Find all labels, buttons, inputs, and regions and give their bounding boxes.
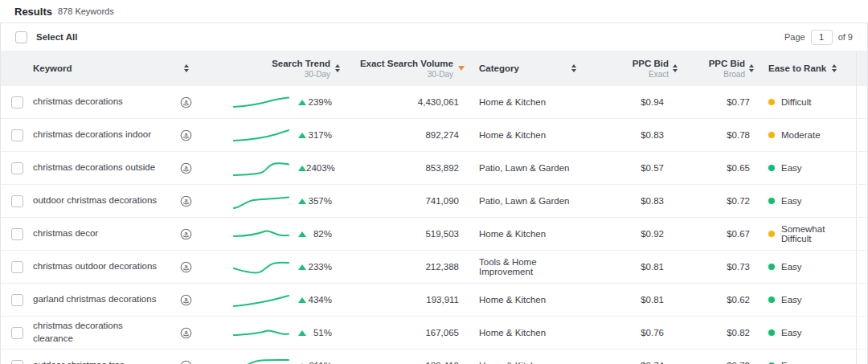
trend-percent: 317% bbox=[306, 130, 346, 140]
ppc-bid-exact: $0.81 bbox=[588, 251, 684, 283]
amazon-marketplace-icon: a bbox=[180, 195, 192, 207]
ppc-bid-exact: $0.81 bbox=[588, 284, 684, 316]
table-row: outdoor christmas decorations a 357% 741… bbox=[1, 185, 867, 218]
ppc-bid-broad: $0.72 bbox=[684, 185, 760, 217]
ease-status-dot bbox=[768, 198, 775, 204]
ease-to-rank-label: Moderate bbox=[781, 130, 821, 140]
trend-up-icon bbox=[298, 264, 306, 270]
next-column-divider bbox=[856, 86, 868, 118]
volume-column-label: Exact Search Volume bbox=[360, 59, 453, 68]
exact-search-volume: 519,503 bbox=[346, 218, 471, 250]
row-checkbox[interactable] bbox=[11, 195, 23, 207]
table-row: christmas decorations outside a 2403% 85… bbox=[1, 152, 867, 185]
row-checkbox[interactable] bbox=[11, 360, 23, 364]
column-header-exact-search-volume[interactable]: Exact Search Volume 30-Day bbox=[346, 59, 471, 79]
exact-search-volume: 212,388 bbox=[346, 251, 471, 283]
sort-icon[interactable] bbox=[749, 64, 754, 72]
search-trend-sparkline bbox=[232, 190, 290, 211]
column-header-ppc-bid-exact[interactable]: PPC Bid Exact bbox=[588, 59, 684, 79]
trend-percent: 357% bbox=[306, 196, 346, 206]
sort-icon[interactable] bbox=[832, 64, 837, 72]
trend-up-icon bbox=[298, 330, 306, 336]
sort-desc-icon[interactable] bbox=[458, 66, 465, 71]
svg-text:a: a bbox=[185, 329, 188, 336]
ppc-exact-column-sublabel: Exact bbox=[649, 70, 669, 79]
keyword-text[interactable]: christmas decorations indoor bbox=[33, 129, 151, 141]
page-label: Page bbox=[784, 32, 805, 42]
row-checkbox[interactable] bbox=[11, 327, 23, 339]
trend-column-label: Search Trend bbox=[272, 59, 330, 68]
row-checkbox[interactable] bbox=[11, 294, 23, 306]
table-toolbar: Select All Page of 9 bbox=[1, 23, 867, 51]
trend-column-sublabel: 30-Day bbox=[305, 70, 330, 79]
next-column-divider bbox=[856, 185, 868, 217]
trend-up-icon bbox=[298, 166, 306, 171]
trend-percent: 233% bbox=[306, 262, 346, 272]
ppc-bid-broad: $0.77 bbox=[684, 86, 760, 118]
keyword-text[interactable]: outdoor christmas decorations bbox=[33, 194, 157, 207]
keyword-text[interactable]: garland christmas decorations bbox=[33, 293, 156, 306]
table-row: christmas outdoor decorations a 233% 212… bbox=[1, 251, 867, 284]
next-column-divider bbox=[856, 152, 868, 184]
search-trend-sparkline bbox=[232, 355, 290, 364]
ppc-bid-broad: $0.62 bbox=[684, 284, 760, 316]
keyword-text[interactable]: outdoor christmas tree bbox=[33, 359, 125, 364]
ppc-bid-broad: $0.65 bbox=[684, 152, 760, 184]
trend-up-icon bbox=[298, 297, 306, 303]
ppc-bid-exact: $0.92 bbox=[588, 218, 684, 250]
svg-text:a: a bbox=[185, 231, 188, 237]
category: Home & Kitchen bbox=[471, 350, 588, 364]
column-header-search-trend[interactable]: Search Trend 30-Day bbox=[210, 59, 346, 79]
table-row: christmas decorations clearance a 51% 16… bbox=[1, 317, 867, 350]
column-header-ease-to-rank[interactable]: Ease to Rank bbox=[760, 63, 856, 73]
ease-status-dot bbox=[768, 297, 775, 303]
column-header-category[interactable]: Category bbox=[471, 63, 588, 73]
column-header-ppc-bid-broad[interactable]: PPC Bid Broad bbox=[684, 59, 760, 79]
column-header-keyword[interactable]: Keyword bbox=[33, 63, 210, 73]
row-checkbox[interactable] bbox=[11, 261, 23, 273]
keyword-text[interactable]: christmas decorations outside bbox=[33, 162, 155, 174]
amazon-marketplace-icon: a bbox=[180, 327, 192, 339]
sort-icon[interactable] bbox=[335, 64, 340, 72]
keyword-text[interactable]: christmas decorations bbox=[33, 96, 123, 108]
trend-percent: 82% bbox=[306, 229, 346, 239]
ppc-exact-column-label: PPC Bid bbox=[633, 59, 669, 68]
keyword-text[interactable]: christmas decorations clearance bbox=[33, 320, 158, 345]
next-column-divider bbox=[856, 350, 868, 364]
search-trend-sparkline bbox=[232, 322, 290, 343]
select-all-checkbox[interactable] bbox=[15, 31, 27, 43]
trend-percent: 239% bbox=[306, 97, 346, 107]
select-all-control[interactable]: Select All bbox=[15, 31, 77, 43]
select-all-label: Select All bbox=[36, 32, 77, 42]
sort-icon[interactable] bbox=[673, 64, 678, 72]
exact-search-volume: 741,090 bbox=[346, 185, 471, 217]
row-checkbox[interactable] bbox=[11, 129, 23, 141]
page-input[interactable] bbox=[811, 30, 833, 45]
trend-up-icon bbox=[298, 231, 306, 237]
sort-icon[interactable] bbox=[184, 64, 189, 72]
ease-to-rank-label: Easy bbox=[781, 295, 802, 305]
ppc-bid-exact: $0.83 bbox=[588, 185, 684, 217]
category: Home & Kitchen bbox=[471, 284, 588, 316]
next-column-divider bbox=[856, 119, 868, 151]
ppc-bid-exact: $0.94 bbox=[588, 86, 684, 118]
amazon-marketplace-icon: a bbox=[180, 360, 192, 364]
keyword-text[interactable]: christmas decor bbox=[33, 227, 98, 240]
trend-up-icon bbox=[298, 198, 306, 204]
svg-text:a: a bbox=[185, 132, 188, 138]
svg-text:a: a bbox=[185, 297, 188, 303]
row-checkbox[interactable] bbox=[11, 228, 23, 240]
row-checkbox[interactable] bbox=[11, 96, 23, 108]
sort-icon[interactable] bbox=[571, 64, 576, 72]
ease-status-dot bbox=[768, 165, 775, 171]
ppc-bid-exact: $0.57 bbox=[588, 152, 684, 184]
keyword-text[interactable]: christmas outdoor decorations bbox=[33, 260, 157, 273]
category: Home & Kitchen bbox=[471, 86, 588, 118]
next-column-divider bbox=[856, 317, 868, 349]
ppc-bid-broad: $0.72 bbox=[684, 350, 760, 364]
ease-status-dot bbox=[768, 329, 775, 336]
ppc-broad-column-label: PPC Bid bbox=[709, 59, 745, 68]
row-checkbox[interactable] bbox=[11, 162, 23, 174]
category: Home & Kitchen bbox=[471, 218, 588, 250]
table-header: Keyword Search Trend 30-Day Exact Search… bbox=[1, 51, 867, 86]
